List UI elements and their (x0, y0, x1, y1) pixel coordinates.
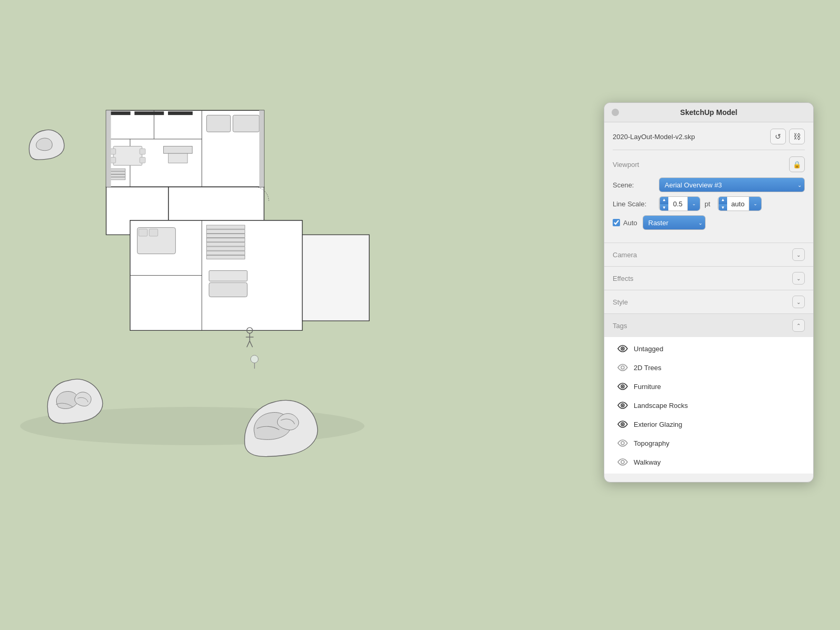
eye-icon[interactable] (617, 381, 628, 392)
line-scale-unit: pt (702, 200, 712, 208)
tag-name: Topography (634, 439, 669, 447)
effects-label: Effects (613, 275, 634, 282)
camera-section: Camera ⌄ (604, 243, 813, 266)
svg-rect-9 (233, 115, 259, 132)
auto-raster-row: Auto Raster ⌄ (613, 215, 805, 230)
style-chevron-icon: ⌄ (796, 299, 801, 305)
auto-scale-value: auto (727, 200, 749, 208)
svg-rect-7 (169, 112, 193, 114)
svg-rect-8 (207, 115, 231, 132)
rock-top-left (29, 130, 65, 160)
tag-name: 2D Trees (634, 364, 662, 372)
svg-rect-27 (207, 234, 245, 237)
panel-title: SketchUp Model (680, 108, 738, 117)
auto-scale-down[interactable]: ▼ (719, 204, 727, 212)
svg-rect-42 (106, 110, 111, 187)
tag-item[interactable]: 2D Trees (604, 358, 813, 377)
svg-point-58 (621, 442, 624, 445)
lock-icon: 🔒 (793, 161, 801, 169)
svg-rect-31 (207, 251, 245, 255)
tags-chevron-button[interactable]: ⌃ (792, 319, 805, 332)
tag-item[interactable]: Topography (604, 434, 813, 453)
effects-chevron-icon: ⌄ (796, 276, 801, 281)
tag-name: Untagged (634, 345, 663, 353)
effects-header[interactable]: Effects ⌄ (604, 267, 813, 290)
svg-rect-30 (207, 247, 245, 250)
svg-rect-28 (207, 238, 245, 242)
style-chevron-button[interactable]: ⌄ (792, 296, 805, 308)
viewport-label: Viewport (613, 161, 639, 169)
file-row: 2020-LayOut-Model-v2.skp ↺ ⛓ (613, 129, 805, 150)
auto-scale-arrows: ▲ ▼ (718, 196, 727, 211)
camera-chevron-button[interactable]: ⌄ (792, 248, 805, 261)
tag-name: Exterior Glazing (634, 421, 682, 428)
line-scale-label: Line Scale: (613, 200, 655, 208)
floor-plan-svg (10, 32, 441, 514)
svg-rect-6 (135, 112, 164, 114)
panel-close-button[interactable] (612, 109, 619, 116)
link-button[interactable]: ⛓ (789, 129, 805, 144)
svg-line-47 (247, 341, 249, 347)
tags-header[interactable]: Tags ⌃ (604, 314, 813, 337)
tags-chevron-icon: ⌃ (796, 323, 801, 329)
scene-dropdown[interactable]: Aerial Overview #3 (659, 177, 805, 192)
file-actions: ↺ ⛓ (770, 129, 805, 144)
style-section: Style ⌄ (604, 290, 813, 313)
tag-item[interactable]: Landscape Rocks (604, 396, 813, 415)
svg-rect-19 (164, 146, 193, 154)
svg-point-55 (622, 405, 624, 406)
svg-rect-17 (109, 174, 125, 177)
svg-rect-32 (207, 255, 245, 259)
tag-name: Furniture (634, 383, 661, 391)
tag-item[interactable]: Furniture (604, 377, 813, 396)
line-scale-stepper: ▲ ▼ 0.5 ⌄ (659, 196, 700, 211)
panel-body: 2020-LayOut-Model-v2.skp ↺ ⛓ Viewport 🔒 … (604, 122, 813, 243)
line-scale-row: Line Scale: ▲ ▼ 0.5 ⌄ pt ▲ ▼ (613, 196, 805, 211)
line-scale-arrows: ▲ ▼ (659, 196, 668, 211)
svg-rect-15 (109, 169, 125, 171)
auto-checkbox[interactable] (613, 219, 620, 226)
auto-scale-up[interactable]: ▲ (719, 196, 727, 204)
svg-point-53 (622, 386, 624, 387)
camera-header[interactable]: Camera ⌄ (604, 243, 813, 266)
auto-scale-stepper: ▲ ▼ auto ⌄ (718, 196, 762, 211)
rock-bottom-left (48, 379, 103, 423)
panel-titlebar: SketchUp Model (604, 103, 813, 122)
tag-name: Walkway (634, 458, 661, 466)
refresh-button[interactable]: ↺ (770, 129, 786, 144)
style-label: Style (613, 298, 628, 306)
tag-item[interactable]: Exterior Glazing (604, 415, 813, 434)
line-scale-value: 0.5 (668, 200, 687, 208)
viewport-lock-button[interactable]: 🔒 (789, 156, 805, 172)
refresh-icon: ↺ (775, 132, 781, 141)
line-scale-controls: ▲ ▼ 0.5 ⌄ pt ▲ ▼ auto ⌄ (659, 196, 805, 211)
svg-rect-16 (109, 172, 125, 174)
auto-checkbox-label[interactable]: Auto (613, 219, 637, 227)
line-scale-unit-dropdown[interactable]: ⌄ (687, 196, 700, 211)
svg-point-40 (250, 355, 258, 363)
svg-point-51 (621, 366, 624, 369)
svg-rect-18 (109, 177, 125, 180)
line-scale-up[interactable]: ▲ (660, 196, 668, 204)
effects-chevron-button[interactable]: ⌄ (792, 272, 805, 285)
style-header[interactable]: Style ⌄ (604, 290, 813, 313)
auto-scale-dropdown[interactable]: ⌄ (749, 196, 761, 211)
eye-icon[interactable] (617, 400, 628, 411)
eye-icon[interactable] (617, 456, 628, 468)
svg-rect-29 (207, 243, 245, 246)
eye-icon[interactable] (617, 418, 628, 430)
raster-dropdown[interactable]: Raster (643, 215, 706, 230)
building (106, 110, 369, 369)
line-scale-down[interactable]: ▼ (660, 204, 668, 212)
svg-rect-39 (209, 270, 247, 281)
tag-item[interactable]: Walkway (604, 453, 813, 471)
tag-item[interactable]: Untagged (604, 339, 813, 358)
eye-icon[interactable] (617, 362, 628, 373)
svg-point-59 (621, 460, 624, 464)
svg-marker-24 (302, 235, 370, 321)
sketchup-model-panel: SketchUp Model 2020-LayOut-Model-v2.skp … (604, 102, 814, 482)
eye-icon[interactable] (617, 343, 628, 354)
eye-icon[interactable] (617, 437, 628, 449)
svg-point-57 (622, 424, 624, 425)
scene-label: Scene: (613, 181, 655, 189)
